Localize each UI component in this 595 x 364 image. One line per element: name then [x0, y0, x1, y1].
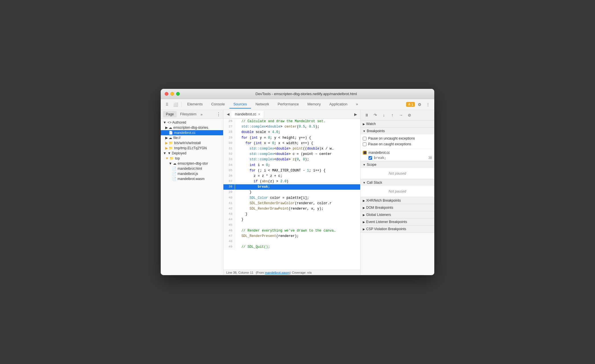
tab-page[interactable]: Page — [163, 111, 177, 117]
maximize-button[interactable] — [176, 92, 180, 96]
tree-emscripten-authored[interactable]: ▶ ☁ emscripten-dbg-stories — [161, 125, 223, 130]
event-listener-header[interactable]: ▶ Event Listener Breakpoints — [360, 218, 434, 225]
line-code — [235, 239, 360, 244]
debug-toolbar: ⏸ ↷ ↓ ↑ → ⊘ — [360, 110, 434, 120]
warning-badge[interactable]: ⚠ 1 — [406, 102, 415, 107]
code-line-31: 31 std::complex<double> point((double)x … — [223, 146, 360, 152]
tree-label: b/s/w/ir/x/w/install — [174, 141, 201, 145]
deactivate-breakpoints-button[interactable]: ⊘ — [406, 111, 413, 119]
expand-icon: ▼ — [163, 120, 166, 124]
device-icon[interactable]: ⬜ — [172, 101, 180, 109]
line-number: 28 — [223, 130, 235, 135]
breakpoint-item: break; — [368, 156, 386, 160]
tab-filesystem[interactable]: Filesystem — [177, 111, 199, 117]
tab-network[interactable]: Network — [252, 100, 273, 109]
tab-memory[interactable]: Memory — [303, 100, 325, 109]
xhr-breakpoints-label: XHR/fetch Breakpoints — [366, 199, 401, 203]
tree-deployed[interactable]: ▼ ▼ Deployed — [161, 151, 223, 156]
dom-breakpoints-header[interactable]: ▶ DOM Breakpoints — [360, 204, 434, 211]
dom-arrow-icon: ▶ — [363, 206, 365, 209]
line-number: 47 — [223, 234, 235, 239]
tree-mandelbrot-cc[interactable]: 📄 mandelbrot.cc — [161, 130, 223, 135]
panel-tab-more[interactable]: » — [200, 112, 202, 116]
dom-breakpoints-section: ▶ DOM Breakpoints — [360, 204, 434, 211]
line-number: 26 — [223, 119, 235, 124]
pause-caught-checkbox[interactable] — [363, 142, 366, 146]
breakpoints-section: ▼ Breakpoints Pause on uncaught exceptio… — [360, 128, 434, 161]
step-out-button[interactable]: ↑ — [388, 111, 396, 119]
scope-header[interactable]: ▼ Scope — [360, 161, 434, 168]
tab-close-icon[interactable]: × — [258, 112, 260, 116]
tree-tmp[interactable]: ▶ 📁 tmp/tmp.ELcTq2YGN — [161, 146, 223, 151]
call-stack-header[interactable]: ▼ Call Stack — [360, 179, 434, 186]
breakpoint-file-icon: ⬛ — [363, 151, 367, 155]
code-line-35: 35 for (; i < MAX_ITER_COUNT - 1; i++) { — [223, 168, 360, 173]
tree-top[interactable]: ▼ 📁 top — [161, 156, 223, 161]
line-code: SDL_RenderPresent(renderer); — [235, 234, 360, 239]
xhr-breakpoints-header[interactable]: ▶ XHR/fetch Breakpoints — [360, 197, 434, 204]
step-button[interactable]: → — [397, 111, 405, 119]
close-button[interactable] — [165, 92, 168, 96]
watch-section: ▶ Watch — [360, 120, 434, 128]
tree-emscripten-deployed[interactable]: ▼ ☁ emscripten-dbg-stor — [161, 161, 223, 166]
line-number: 31 — [223, 146, 235, 152]
panel-tab-dots[interactable]: ⋮ — [216, 112, 221, 117]
editor-tab-mandelbrot[interactable]: mandelbrot.cc × — [231, 111, 264, 118]
from-file-link[interactable]: mandelbrot.wasm — [265, 271, 290, 274]
dom-breakpoints-label: DOM Breakpoints — [366, 206, 393, 210]
line-code: for (int y = 0; y < height; y++) { — [235, 135, 360, 141]
watch-header[interactable]: ▶ Watch — [360, 120, 434, 127]
tree-install[interactable]: ▶ 📁 b/s/w/ir/x/w/install — [161, 140, 223, 146]
tree-mandelbrot-wasm[interactable]: 📄 mandelbrot.wasm — [161, 176, 223, 181]
tab-nav-left[interactable]: ◀ — [225, 110, 231, 118]
line-number: 43 — [223, 212, 235, 217]
breakpoint-filename: mandelbrot.cc — [368, 151, 390, 155]
expand-icon: ▼ — [163, 151, 166, 155]
warning-count: 1 — [411, 103, 413, 106]
breakpoint-checkbox[interactable] — [368, 156, 372, 160]
breakpoints-header[interactable]: ▼ Breakpoints — [360, 128, 434, 134]
csp-breakpoints-header[interactable]: ▶ CSP Violation Breakpoints — [360, 226, 434, 232]
line-code: z = z * z + c; — [235, 173, 360, 179]
window-title: DevTools - emscripten-dbg-stories.netlif… — [182, 92, 430, 96]
tree-label: top — [175, 156, 180, 160]
step-into-button[interactable]: ↓ — [380, 111, 388, 119]
line-number: 34 — [223, 163, 235, 168]
scope-label: Scope — [367, 163, 376, 167]
tab-nav-right[interactable]: ▶ — [352, 110, 359, 118]
folder-icon: ▶ 📁 — [165, 141, 173, 145]
tab-elements[interactable]: Elements — [183, 100, 207, 109]
file-icon: 📄 — [169, 131, 173, 135]
global-listeners-header[interactable]: ▶ Global Listeners — [360, 211, 434, 218]
tree-authored[interactable]: ▼ <> Authored — [161, 120, 223, 125]
code-area[interactable]: 26 // Calculate and draw the Mandelbrot … — [223, 119, 360, 270]
breakpoint-file-row: ⬛ mandelbrot.cc — [363, 151, 432, 155]
line-code: // SDL_Quit(); — [235, 244, 360, 250]
breakpoints-arrow-icon: ▼ — [363, 130, 366, 133]
code-line-41: 41 SDL_SetRenderDrawColor(renderer, colo… — [223, 201, 360, 206]
tab-more[interactable]: » — [352, 100, 362, 109]
cursor-icon[interactable]: ⠿ — [163, 101, 171, 109]
line-code: break; — [235, 184, 360, 190]
settings-icon[interactable]: ⚙ — [415, 101, 423, 109]
tab-console[interactable]: Console — [207, 100, 229, 109]
tab-application[interactable]: Application — [325, 100, 352, 109]
more-options-icon[interactable]: ⋮ — [424, 101, 432, 109]
minimize-button[interactable] — [170, 92, 174, 96]
code-line-49: 49 // SDL_Quit(); — [223, 244, 360, 250]
code-line-39: 39 } — [223, 190, 360, 195]
code-line-44: 44 } — [223, 217, 360, 222]
code-line-37: 37 if (abs(z) > 2.0) — [223, 179, 360, 184]
tab-sources[interactable]: Sources — [229, 100, 251, 109]
code-line-29: 29 for (int y = 0; y < height; y++) { — [223, 135, 360, 141]
tree-mandelbrot-js[interactable]: 📄 mandelbrot.js — [161, 171, 223, 176]
file-icon: 📄 — [172, 177, 176, 181]
tree-file-url[interactable]: ▶ ☁ file:// — [161, 135, 223, 140]
tree-mandelbrot-html[interactable]: 📄 mandelbrot.html — [161, 166, 223, 171]
tab-performance[interactable]: Performance — [274, 100, 303, 109]
pause-resume-button[interactable]: ⏸ — [363, 111, 371, 119]
pause-uncaught-checkbox[interactable] — [363, 137, 366, 140]
status-bar: Line 38, Column 11 (From mandelbrot.wasm… — [223, 270, 360, 275]
step-over-button[interactable]: ↷ — [371, 111, 379, 119]
file-icon: 📄 — [172, 167, 176, 171]
